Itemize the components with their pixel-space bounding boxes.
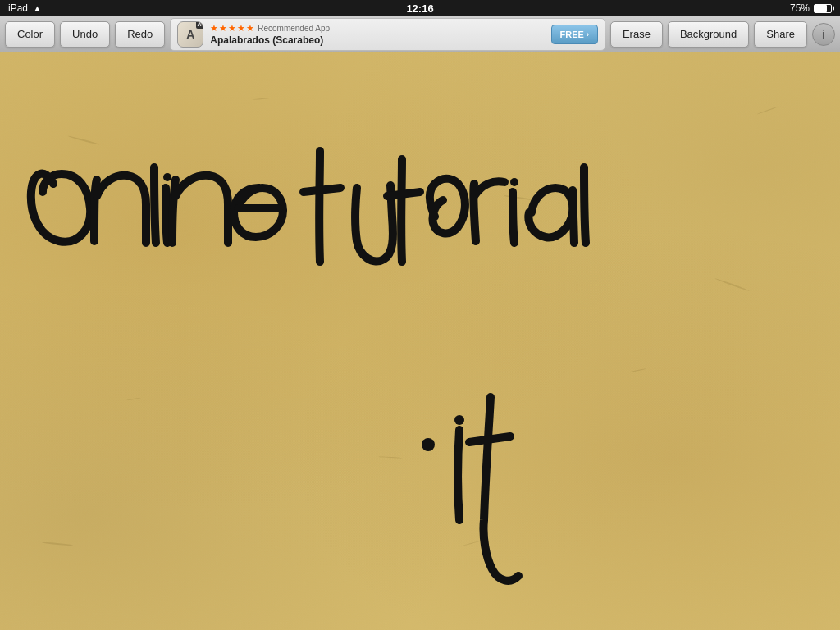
ad-text-block: ★★★★★ Recommended App Apalabrados (Scara… [210,23,330,46]
ad-recommended: Recommended App [258,24,330,33]
undo-button[interactable]: Undo [60,21,110,48]
ad-free-label: FREE [560,30,584,39]
status-right: 75% [790,2,832,14]
redo-button[interactable]: Redo [115,21,165,48]
ad-stars: ★★★★★ [210,23,254,34]
ad-app-icon: A A¹ [177,21,203,48]
handwritten-text [31,151,586,262]
battery-icon [814,4,832,13]
svg-point-3 [454,415,464,425]
time-display: 12:16 [406,2,433,15]
info-button[interactable]: i [812,23,835,46]
wifi-icon: ▲ [33,3,42,13]
canvas-area[interactable] [0,52,840,630]
ad-banner[interactable]: A A¹ ★★★★★ Recommended App Apalabrados (… [170,18,605,51]
erase-button[interactable]: Erase [610,21,663,48]
handwriting-canvas[interactable] [0,52,840,630]
ad-badge: A¹ [196,21,203,29]
ad-free-button[interactable]: FREE › [551,25,598,44]
device-label: iPad [8,2,28,14]
status-bar: iPad ▲ 12:16 75% [0,0,840,16]
ad-icon-letter: A [186,28,194,41]
color-button[interactable]: Color [5,21,55,48]
svg-point-1 [510,178,518,186]
handwritten-dotit [422,397,518,581]
share-button[interactable]: Share [754,21,807,48]
background-button[interactable]: Background [668,21,749,48]
ad-app-name: Apalabrados (Scarabeo) [210,34,330,46]
svg-point-2 [422,438,435,451]
battery-percent: 75% [790,2,810,14]
info-icon: i [822,28,825,41]
chevron-right-icon: › [587,30,589,39]
toolbar: Color Undo Redo A A¹ ★★★★★ Recommended A… [0,16,840,52]
status-left: iPad ▲ [8,2,42,14]
svg-point-0 [163,173,171,181]
